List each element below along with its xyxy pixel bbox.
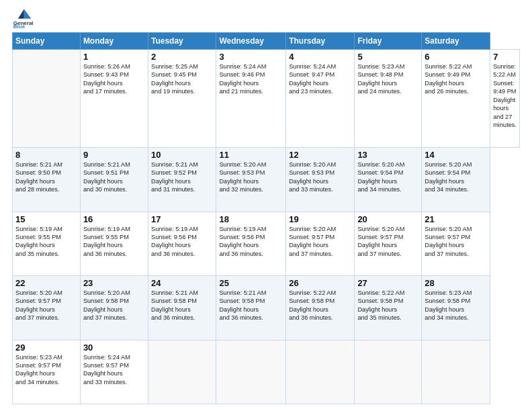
day-info: Sunrise: 5:21 AMSunset: 9:58 PMDaylight …	[219, 289, 283, 322]
day-info: Sunrise: 5:20 AMSunset: 9:58 PMDaylight …	[83, 289, 145, 322]
day-number: 19	[289, 214, 351, 224]
day-number: 6	[425, 52, 487, 62]
calendar-cell: 4Sunrise: 5:24 AMSunset: 9:47 PMDaylight…	[286, 50, 355, 148]
calendar-cell: 29Sunrise: 5:23 AMSunset: 9:57 PMDayligh…	[13, 340, 81, 404]
day-number: 10	[151, 150, 213, 160]
calendar-cell: 24Sunrise: 5:21 AMSunset: 9:58 PMDayligh…	[148, 276, 216, 340]
day-info: Sunrise: 5:20 AMSunset: 9:57 PMDaylight …	[289, 225, 351, 259]
calendar-cell: 14Sunrise: 5:20 AMSunset: 9:54 PMDayligh…	[422, 148, 490, 212]
day-number: 25	[219, 278, 283, 288]
day-info: Sunrise: 5:21 AMSunset: 9:58 PMDaylight …	[151, 289, 213, 322]
day-info: Sunrise: 5:21 AMSunset: 9:51 PMDaylight …	[83, 161, 145, 194]
day-number: 22	[15, 278, 77, 288]
day-info: Sunrise: 5:25 AMSunset: 9:45 PMDaylight …	[151, 62, 213, 96]
calendar-cell	[355, 340, 422, 404]
day-info: Sunrise: 5:20 AMSunset: 9:53 PMDaylight …	[219, 161, 283, 194]
calendar-cell: 12Sunrise: 5:20 AMSunset: 9:53 PMDayligh…	[286, 148, 355, 212]
day-info: Sunrise: 5:24 AMSunset: 9:47 PMDaylight …	[289, 62, 351, 96]
calendar-cell	[216, 340, 286, 404]
day-number: 20	[357, 214, 418, 224]
day-number: 5	[357, 52, 418, 62]
calendar-week-2: 8Sunrise: 5:21 AMSunset: 9:50 PMDaylight…	[13, 148, 520, 212]
day-number: 23	[83, 278, 145, 288]
day-number: 17	[151, 214, 213, 224]
day-info: Sunrise: 5:19 AMSunset: 9:56 PMDaylight …	[151, 225, 213, 259]
calendar-cell: 10Sunrise: 5:21 AMSunset: 9:52 PMDayligh…	[148, 148, 216, 212]
day-number: 3	[219, 52, 283, 62]
calendar-cell: 11Sunrise: 5:20 AMSunset: 9:53 PMDayligh…	[216, 148, 286, 212]
day-number: 1	[83, 52, 145, 62]
logo-icon: General Blue	[12, 7, 34, 28]
day-number: 28	[425, 278, 487, 288]
day-info: Sunrise: 5:20 AMSunset: 9:57 PMDaylight …	[425, 225, 487, 259]
calendar-cell: 28Sunrise: 5:23 AMSunset: 9:58 PMDayligh…	[422, 276, 490, 340]
day-info: Sunrise: 5:20 AMSunset: 9:53 PMDaylight …	[289, 161, 351, 194]
calendar-cell: 16Sunrise: 5:19 AMSunset: 9:55 PMDayligh…	[80, 212, 148, 275]
calendar-cell: 27Sunrise: 5:22 AMSunset: 9:58 PMDayligh…	[355, 276, 422, 340]
day-info: Sunrise: 5:26 AMSunset: 9:43 PMDaylight …	[83, 62, 145, 96]
day-info: Sunrise: 5:22 AMSunset: 9:49 PMDaylight …	[493, 62, 517, 129]
day-number: 16	[83, 214, 145, 224]
day-number: 15	[15, 214, 77, 224]
calendar-header-thursday: Thursday	[286, 33, 355, 50]
calendar-cell: 1Sunrise: 5:26 AMSunset: 9:43 PMDaylight…	[80, 50, 148, 148]
day-number: 29	[15, 342, 77, 353]
day-info: Sunrise: 5:20 AMSunset: 9:57 PMDaylight …	[15, 289, 77, 322]
day-number: 27	[357, 278, 418, 288]
calendar-cell: 8Sunrise: 5:21 AMSunset: 9:50 PMDaylight…	[13, 148, 81, 212]
calendar-cell	[422, 340, 490, 404]
calendar-cell: 15Sunrise: 5:19 AMSunset: 9:55 PMDayligh…	[13, 212, 81, 275]
calendar-cell: 21Sunrise: 5:20 AMSunset: 9:57 PMDayligh…	[422, 212, 490, 275]
calendar-cell: 6Sunrise: 5:22 AMSunset: 9:49 PMDaylight…	[422, 50, 490, 148]
calendar-cell: 30Sunrise: 5:24 AMSunset: 9:57 PMDayligh…	[80, 340, 148, 404]
calendar-header-friday: Friday	[355, 33, 422, 50]
day-number: 21	[425, 214, 487, 224]
calendar-cell: 13Sunrise: 5:20 AMSunset: 9:54 PMDayligh…	[355, 148, 422, 212]
calendar-cell: 22Sunrise: 5:20 AMSunset: 9:57 PMDayligh…	[13, 276, 81, 340]
day-number: 12	[289, 150, 351, 160]
day-number: 8	[15, 150, 77, 160]
logo: General Blue	[12, 7, 34, 28]
day-number: 18	[219, 214, 283, 224]
day-number: 14	[425, 150, 487, 160]
calendar-header-monday: Monday	[80, 33, 148, 50]
day-number: 9	[83, 150, 145, 160]
calendar-cell: 25Sunrise: 5:21 AMSunset: 9:58 PMDayligh…	[216, 276, 286, 340]
calendar-week-3: 15Sunrise: 5:19 AMSunset: 9:55 PMDayligh…	[13, 212, 520, 275]
calendar-header-sunday: Sunday	[13, 33, 81, 50]
calendar-cell: 5Sunrise: 5:23 AMSunset: 9:48 PMDaylight…	[355, 50, 422, 148]
day-info: Sunrise: 5:19 AMSunset: 9:55 PMDaylight …	[15, 225, 77, 259]
calendar-cell: 9Sunrise: 5:21 AMSunset: 9:51 PMDaylight…	[80, 148, 148, 212]
day-info: Sunrise: 5:22 AMSunset: 9:58 PMDaylight …	[289, 289, 351, 322]
day-info: Sunrise: 5:23 AMSunset: 9:57 PMDaylight …	[15, 353, 77, 387]
day-info: Sunrise: 5:23 AMSunset: 9:58 PMDaylight …	[425, 289, 487, 322]
calendar-cell: 26Sunrise: 5:22 AMSunset: 9:58 PMDayligh…	[286, 276, 355, 340]
day-number: 11	[219, 150, 283, 160]
page: General Blue SundayMondayTuesdayWednesda…	[0, 0, 532, 411]
day-info: Sunrise: 5:21 AMSunset: 9:52 PMDaylight …	[151, 161, 213, 194]
calendar-cell: 17Sunrise: 5:19 AMSunset: 9:56 PMDayligh…	[148, 212, 216, 275]
calendar-cell: 18Sunrise: 5:19 AMSunset: 9:56 PMDayligh…	[216, 212, 286, 275]
calendar-header-tuesday: Tuesday	[148, 33, 216, 50]
calendar-cell	[148, 340, 216, 404]
calendar-cell: 23Sunrise: 5:20 AMSunset: 9:58 PMDayligh…	[80, 276, 148, 340]
calendar-header-wednesday: Wednesday	[216, 33, 286, 50]
day-info: Sunrise: 5:23 AMSunset: 9:48 PMDaylight …	[357, 62, 418, 96]
day-number: 4	[289, 52, 351, 62]
calendar-cell: 3Sunrise: 5:24 AMSunset: 9:46 PMDaylight…	[216, 50, 286, 148]
day-number: 30	[83, 342, 145, 353]
day-number: 7	[493, 52, 517, 62]
day-number: 13	[357, 150, 418, 160]
calendar-cell: 7Sunrise: 5:22 AMSunset: 9:49 PMDaylight…	[490, 50, 520, 148]
calendar-cell: 2Sunrise: 5:25 AMSunset: 9:45 PMDaylight…	[148, 50, 216, 148]
day-info: Sunrise: 5:20 AMSunset: 9:54 PMDaylight …	[357, 161, 418, 194]
calendar-week-4: 22Sunrise: 5:20 AMSunset: 9:57 PMDayligh…	[13, 276, 520, 340]
day-info: Sunrise: 5:20 AMSunset: 9:54 PMDaylight …	[425, 161, 487, 194]
day-info: Sunrise: 5:20 AMSunset: 9:57 PMDaylight …	[357, 225, 418, 259]
calendar-header-saturday: Saturday	[422, 33, 490, 50]
day-number: 24	[151, 278, 213, 288]
header: General Blue	[12, 7, 520, 28]
day-number: 26	[289, 278, 351, 288]
calendar-week-1: 1Sunrise: 5:26 AMSunset: 9:43 PMDaylight…	[13, 50, 520, 148]
calendar-header-row: SundayMondayTuesdayWednesdayThursdayFrid…	[13, 33, 520, 50]
